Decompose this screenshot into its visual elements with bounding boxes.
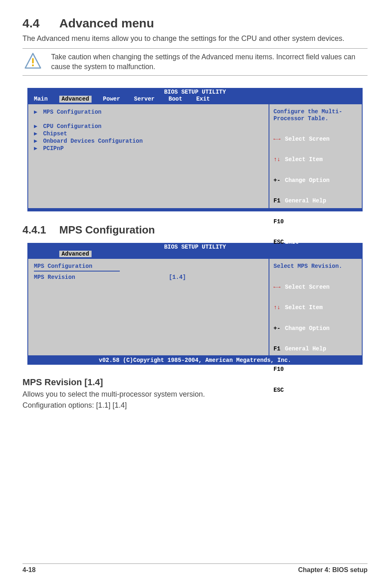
legend-select-item: Select Item bbox=[285, 156, 323, 163]
submenu-arrow-icon: ▶ bbox=[34, 109, 40, 116]
section-name: Advanced menu bbox=[59, 16, 154, 30]
bios-tab-advanced[interactable]: Advanced bbox=[59, 96, 92, 103]
submenu-arrow-icon: ▶ bbox=[34, 130, 40, 137]
f1-key-icon: F1 bbox=[273, 197, 285, 204]
legend-select-screen: Select Screen bbox=[285, 284, 329, 290]
menu-item-cpu[interactable]: ▶ CPU Configuration bbox=[34, 123, 263, 130]
field-value: [1.4] bbox=[169, 274, 186, 281]
bios-tab-main[interactable]: Main bbox=[31, 96, 50, 103]
bios-help-text: Select MPS Revision. bbox=[273, 263, 358, 270]
legend-select-screen: Select Screen bbox=[285, 136, 329, 142]
field-name: MPS Revision bbox=[34, 274, 169, 281]
svg-rect-0 bbox=[32, 58, 34, 63]
plus-minus-icon: +- bbox=[273, 325, 285, 332]
submenu-arrow-icon: ▶ bbox=[34, 145, 40, 152]
legend-general-help: General Help bbox=[285, 197, 326, 204]
subsection-number: 4.4.1 bbox=[22, 224, 59, 236]
menu-item-pcipnp[interactable]: ▶ PCIPnP bbox=[34, 145, 263, 152]
legend-change-option: Change Option bbox=[285, 325, 329, 332]
caution-icon bbox=[22, 52, 43, 72]
plus-minus-icon: +- bbox=[273, 177, 285, 184]
esc-key-icon: ESC bbox=[273, 387, 285, 394]
menu-item-mps[interactable]: ▶ MPS Configuration bbox=[34, 109, 263, 116]
bios-divider bbox=[34, 271, 120, 272]
menu-item-label: Onboard Devices Configuration bbox=[43, 138, 143, 144]
bios-left-pane: ▶ MPS Configuration ▶ CPU Configuration … bbox=[27, 103, 269, 209]
caution-box: Take caution when changing the settings … bbox=[22, 48, 368, 76]
legend-esc-exit: Exit bbox=[285, 387, 299, 393]
legend-save-exit: Save and Exit bbox=[285, 218, 329, 225]
arrows-ud-icon: ↑↓ bbox=[273, 304, 285, 311]
section-number: 4.4 bbox=[22, 16, 59, 30]
menu-item-label: Chipset bbox=[43, 130, 67, 137]
menu-item-label: CPU Configuration bbox=[43, 123, 101, 130]
arrows-ud-icon: ↑↓ bbox=[273, 156, 285, 163]
intro-text: The Advanced menu items allow you to cha… bbox=[22, 34, 368, 43]
f10-key-icon: F10 bbox=[273, 366, 285, 373]
bios-tab-exit[interactable]: Exit bbox=[194, 96, 213, 103]
submenu-arrow-icon: ▶ bbox=[34, 138, 40, 145]
bios-tabs: Main Advanced Power Server Boot Exit bbox=[27, 96, 363, 103]
menu-item-chipset[interactable]: ▶ Chipset bbox=[34, 130, 263, 137]
legend-esc-exit: Exit bbox=[285, 239, 299, 245]
arrows-lr-icon: ←→ bbox=[273, 136, 285, 143]
menu-spacer bbox=[34, 116, 263, 123]
bios-help-pane: Configure the Multi- Processor Table. ←→… bbox=[269, 103, 363, 209]
bios-key-legend: ←→Select Screen ↑↓Select Item +-Change O… bbox=[273, 122, 358, 259]
legend-change-option: Change Option bbox=[285, 177, 329, 184]
bios-screenshot-advanced: BIOS SETUP UTILITY Main Advanced Power S… bbox=[27, 88, 363, 211]
esc-key-icon: ESC bbox=[273, 239, 285, 246]
bios-help-text: Configure the Multi- Processor Table. bbox=[273, 108, 358, 122]
bios-help-pane: Select MPS Revision. ←→Select Screen ↑↓S… bbox=[269, 258, 363, 356]
f1-key-icon: F1 bbox=[273, 346, 285, 352]
menu-item-label: MPS Configuration bbox=[43, 109, 101, 115]
menu-item-onboard[interactable]: ▶ Onboard Devices Configuration bbox=[34, 138, 263, 145]
svg-point-1 bbox=[32, 65, 34, 67]
legend-general-help: General Help bbox=[285, 346, 326, 352]
bios-header: BIOS SETUP UTILITY bbox=[27, 88, 363, 96]
bios-tab-server[interactable]: Server bbox=[132, 96, 157, 103]
legend-select-item: Select Item bbox=[285, 304, 323, 311]
bios-left-pane: MPS Configuration MPS Revision [1.4] bbox=[27, 258, 269, 356]
page-number: 4-18 bbox=[22, 566, 36, 574]
bios-key-legend: ←→Select Screen ↑↓Select Item +-Change O… bbox=[273, 270, 358, 407]
legend-save-exit: Save and Exit bbox=[285, 366, 329, 373]
bios-tab-advanced[interactable]: Advanced bbox=[59, 251, 92, 258]
chapter-label: Chapter 4: BIOS setup bbox=[298, 566, 368, 574]
field-mps-revision[interactable]: MPS Revision [1.4] bbox=[34, 274, 263, 281]
bios-screenshot-mps: BIOS SETUP UTILITY Main Advanced MPS Con… bbox=[27, 243, 363, 365]
subsection-name: MPS Configuration bbox=[59, 224, 155, 236]
section-title: 4.4Advanced menu bbox=[22, 16, 368, 30]
bios-tab-boot[interactable]: Boot bbox=[166, 96, 185, 103]
bios-tab-power[interactable]: Power bbox=[101, 96, 123, 103]
menu-item-label: PCIPnP bbox=[43, 145, 63, 152]
caution-text: Take caution when changing the settings … bbox=[43, 52, 368, 72]
page-footer: 4-18 Chapter 4: BIOS setup bbox=[22, 563, 368, 574]
bios-panel-title: MPS Configuration bbox=[34, 263, 263, 270]
f10-key-icon: F10 bbox=[273, 218, 285, 225]
submenu-arrow-icon: ▶ bbox=[34, 123, 40, 130]
arrows-lr-icon: ←→ bbox=[273, 284, 285, 291]
